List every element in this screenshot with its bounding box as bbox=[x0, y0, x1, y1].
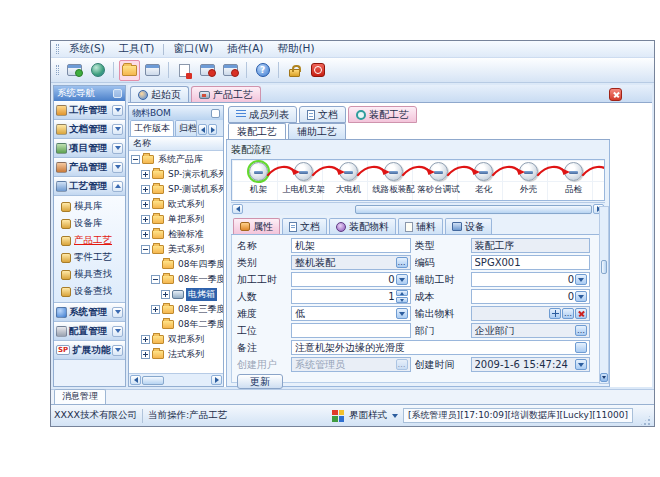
chevron-down-icon[interactable] bbox=[112, 345, 123, 356]
scrollbar-track[interactable] bbox=[244, 205, 354, 214]
spin-down-icon[interactable] bbox=[396, 297, 408, 303]
tree-item[interactable]: SP-测试机系列 bbox=[129, 182, 223, 197]
sidebar-item-mold-search[interactable]: 模具查找 bbox=[54, 266, 125, 283]
dropdown-button[interactable] bbox=[575, 274, 587, 285]
output-material-field[interactable] bbox=[471, 306, 591, 321]
machining-time-field[interactable]: 0 bbox=[291, 272, 411, 287]
clear-button[interactable] bbox=[575, 308, 587, 319]
tab-archived-version[interactable]: 归档版本 bbox=[175, 120, 197, 136]
close-window-button[interactable] bbox=[197, 60, 218, 81]
expand-icon[interactable] bbox=[141, 335, 150, 344]
collapse-icon[interactable] bbox=[141, 245, 150, 254]
dropdown-button[interactable] bbox=[575, 291, 587, 302]
scroll-left-button[interactable] bbox=[130, 375, 141, 385]
sidebar-group-config[interactable]: 配置管理 bbox=[54, 322, 125, 341]
collapse-icon[interactable] bbox=[131, 155, 140, 164]
sidebar-item-equipment-library[interactable]: 设备库 bbox=[54, 215, 125, 232]
sidebar-group-work[interactable]: 工作管理 bbox=[54, 101, 125, 120]
scrollbar-thumb[interactable] bbox=[142, 376, 164, 385]
tree-column-header[interactable]: 名称 bbox=[129, 137, 223, 151]
scrollbar-thumb[interactable] bbox=[355, 205, 592, 214]
tab-product-process[interactable]: 产品工艺 bbox=[191, 86, 261, 102]
menu-tools[interactable]: 工具(T) bbox=[112, 41, 162, 57]
aux-time-field[interactable]: 0 bbox=[471, 272, 591, 287]
tree-item-selected[interactable]: 电烤箱 bbox=[129, 287, 223, 302]
scrollbar-thumb[interactable] bbox=[601, 260, 607, 274]
ellipsis-button[interactable] bbox=[575, 325, 587, 336]
sidebar-group-system[interactable]: 系统管理 bbox=[54, 303, 125, 322]
department-field[interactable]: 企业部门 bbox=[471, 323, 591, 338]
windows-button[interactable] bbox=[142, 60, 163, 81]
code-field[interactable]: SPGX001 bbox=[471, 255, 591, 270]
flow-horizontal-scrollbar[interactable] bbox=[231, 202, 605, 215]
chevron-down-icon[interactable] bbox=[112, 105, 123, 116]
scroll-down-button[interactable] bbox=[600, 373, 608, 382]
open-folder-button[interactable] bbox=[119, 60, 140, 81]
tab-assembly[interactable]: 装配工艺 bbox=[228, 123, 286, 139]
toolbar-grip[interactable] bbox=[56, 65, 59, 75]
network-button[interactable] bbox=[87, 60, 108, 81]
expand-icon[interactable] bbox=[161, 290, 170, 299]
tab-working-version[interactable]: 工作版本 bbox=[130, 120, 174, 136]
chevron-down-icon[interactable] bbox=[112, 307, 123, 318]
menu-window[interactable]: 窗口(W) bbox=[166, 41, 220, 57]
scroll-right-button[interactable] bbox=[211, 375, 222, 385]
sidebar-group-product[interactable]: 产品管理 bbox=[54, 158, 125, 177]
sidebar-item-part-process[interactable]: 零件工艺 bbox=[54, 249, 125, 266]
tree-item[interactable]: 检验标准 bbox=[129, 227, 223, 242]
tab-scroll-right-button[interactable] bbox=[208, 124, 217, 135]
tree-item[interactable]: 08年三季度 bbox=[129, 302, 223, 317]
collapse-icon[interactable] bbox=[151, 275, 160, 284]
menu-help[interactable]: 帮助(H) bbox=[270, 41, 321, 57]
exit-button[interactable] bbox=[307, 60, 328, 81]
tree-item[interactable]: 08年四季度 bbox=[129, 257, 223, 272]
tab-scroll-left-button[interactable] bbox=[198, 124, 207, 135]
sidebar-item-product-process[interactable]: 产品工艺 bbox=[54, 232, 125, 249]
chevron-down-icon[interactable] bbox=[392, 414, 398, 418]
flow-node-selected[interactable]: 机架 bbox=[236, 162, 281, 200]
tab-docs[interactable]: 文档 bbox=[282, 218, 327, 234]
remark-field[interactable]: 注意机架外边缘的光滑度 bbox=[291, 340, 590, 355]
menubar-grip[interactable] bbox=[56, 44, 59, 54]
chevron-up-icon[interactable] bbox=[112, 181, 123, 192]
difficulty-field[interactable]: 低 bbox=[291, 306, 411, 321]
ui-style-selector[interactable]: 界面样式 bbox=[349, 409, 387, 422]
tab-documents[interactable]: 文档 bbox=[299, 106, 346, 123]
spinner-buttons[interactable] bbox=[396, 290, 408, 303]
tab-message-management[interactable]: 消息管理 bbox=[54, 389, 106, 404]
chevron-down-icon[interactable] bbox=[112, 124, 123, 135]
dropdown-button[interactable] bbox=[396, 308, 408, 319]
resize-grip[interactable] bbox=[640, 415, 651, 426]
sidebar-group-extension[interactable]: SP 扩展功能 bbox=[54, 341, 125, 360]
bom-panel-menu-button[interactable] bbox=[211, 109, 220, 118]
spin-up-icon[interactable] bbox=[396, 290, 408, 296]
sidebar-item-mold-library[interactable]: 模具库 bbox=[54, 198, 125, 215]
tree-item[interactable]: 欧式系列 bbox=[129, 197, 223, 212]
sidebar-menu-button[interactable] bbox=[113, 89, 122, 98]
tree-item[interactable]: 系统产品库 bbox=[129, 152, 223, 167]
chevron-down-icon[interactable] bbox=[112, 162, 123, 173]
tree-item[interactable]: 法式系列 bbox=[129, 347, 223, 362]
chevron-down-icon[interactable] bbox=[112, 143, 123, 154]
expand-icon[interactable] bbox=[141, 215, 150, 224]
dropdown-button[interactable] bbox=[396, 274, 408, 285]
sidebar-group-process[interactable]: 工艺管理 bbox=[54, 177, 125, 196]
scrollbar-track[interactable] bbox=[165, 376, 210, 385]
add-button[interactable] bbox=[549, 308, 561, 319]
expand-icon[interactable] bbox=[141, 350, 150, 359]
people-field[interactable]: 1 bbox=[291, 289, 411, 304]
expand-icon[interactable] bbox=[141, 170, 150, 179]
tree-item[interactable]: SP-演示机系列 bbox=[129, 167, 223, 182]
expand-icon[interactable] bbox=[141, 185, 150, 194]
help-button[interactable] bbox=[252, 60, 273, 81]
sidebar-group-document[interactable]: 文档管理 bbox=[54, 120, 125, 139]
ellipsis-button[interactable] bbox=[562, 308, 574, 319]
tab-assembly-materials[interactable]: 装配物料 bbox=[329, 218, 396, 234]
tree-item[interactable]: 双把系列 bbox=[129, 332, 223, 347]
chevron-down-icon[interactable] bbox=[112, 326, 123, 337]
tab-auxiliary[interactable]: 辅助工艺 bbox=[288, 123, 346, 139]
expand-icon[interactable] bbox=[151, 305, 160, 314]
tab-properties[interactable]: 属性 bbox=[233, 218, 280, 234]
tab-member-list[interactable]: 成员列表 bbox=[228, 106, 297, 123]
close-all-button[interactable] bbox=[220, 60, 241, 81]
